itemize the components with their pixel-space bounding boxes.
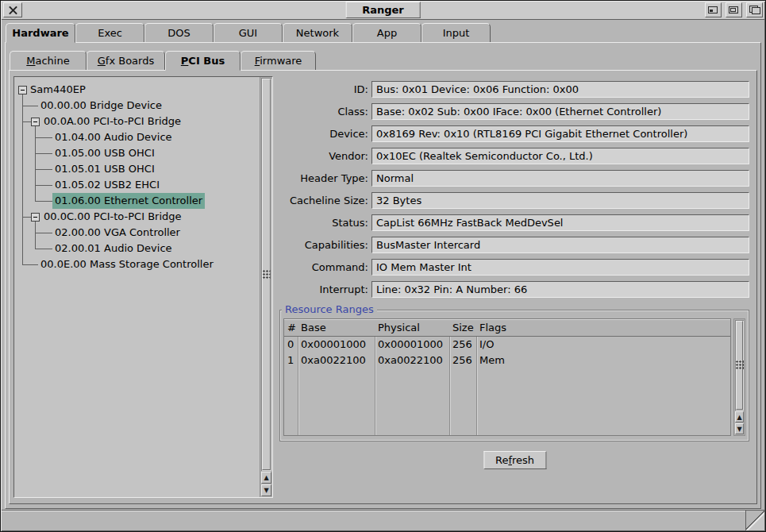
tree-item-usb-ohci-0105[interactable]: 01.05.00 USB OHCI bbox=[55, 145, 155, 161]
field-interrupt: Interrupt: Line: 0x32 Pin: A Number: 66 bbox=[279, 281, 751, 299]
titlebar[interactable]: Ranger bbox=[2, 1, 764, 20]
tree-scroll-up-button[interactable] bbox=[261, 472, 271, 484]
tab-gui[interactable]: GUI bbox=[214, 23, 283, 42]
tree-item-audio-device-0104[interactable]: 01.04.00 Audio Device bbox=[55, 129, 172, 145]
field-label: Vendor: bbox=[279, 148, 368, 164]
grip-icon bbox=[736, 360, 744, 370]
tree-item-mass-storage[interactable]: 00.0E.00 Mass Storage Controller bbox=[40, 256, 214, 272]
tab-gfx-boards[interactable]: Gfx Boards bbox=[87, 51, 165, 70]
column-header-physical: Physical bbox=[375, 319, 449, 336]
field-value: Line: 0x32 Pin: A Number: 66 bbox=[371, 281, 749, 298]
tree-item-audio-device-0200[interactable]: 02.00.01 Audio Device bbox=[55, 241, 172, 256]
iconify-button[interactable] bbox=[705, 2, 722, 17]
field-header-type: Header Type: Normal bbox=[279, 170, 751, 187]
field-label: Status: bbox=[279, 214, 368, 231]
tree-item-sam440ep[interactable]: Sam440EP bbox=[30, 82, 86, 98]
field-value: BusMaster Intercard bbox=[371, 237, 749, 253]
field-label: Header Type: bbox=[279, 170, 368, 187]
cell-size: 256 bbox=[449, 353, 476, 368]
pci-bus-page: Sam440EP 00.00.00 Bridge Device 00.0A.00… bbox=[9, 70, 757, 504]
grip-icon bbox=[263, 270, 271, 279]
tree-scroll-down-button[interactable] bbox=[261, 484, 271, 496]
tab-firmware[interactable]: Firmware bbox=[241, 51, 316, 70]
table-scroll-down-button[interactable] bbox=[735, 423, 744, 434]
field-value: CapList 66MHz FastBack MedDevSel bbox=[371, 214, 749, 231]
tree-scrollbar-thumb[interactable] bbox=[262, 79, 271, 470]
tree-line bbox=[35, 222, 36, 249]
tab-hardware[interactable]: Hardware bbox=[6, 23, 75, 43]
tree-item-vga-controller[interactable]: 02.00.00 VGA Controller bbox=[55, 225, 180, 241]
table-row[interactable]: 1 0xa0022100 0xa0022100 256 Mem bbox=[284, 353, 730, 368]
tree-line bbox=[35, 153, 52, 154]
column-header-base: Base bbox=[298, 319, 375, 336]
table-scrollbar[interactable] bbox=[733, 318, 745, 436]
tree-line bbox=[22, 94, 23, 264]
tab-input[interactable]: Input bbox=[421, 23, 491, 42]
iconify-icon bbox=[708, 6, 718, 13]
field-value: Bus: 0x01 Device: 0x06 Function: 0x00 bbox=[371, 81, 749, 98]
cell-physical: 0x00001000 bbox=[375, 337, 449, 353]
table-scroll-up-button[interactable] bbox=[735, 411, 744, 422]
tree-line bbox=[35, 169, 52, 170]
field-device: Device: 0x8169 Rev: 0x10 (RTL8169 PCI Gi… bbox=[279, 125, 751, 143]
table-row[interactable]: 0 0x00001000 0x00001000 256 I/O bbox=[284, 337, 730, 353]
table-scrollbar-thumb[interactable] bbox=[736, 321, 743, 410]
column-header-num: # bbox=[284, 319, 298, 336]
table-scrollbar-track[interactable] bbox=[735, 320, 744, 411]
tree-scrollbar-track[interactable] bbox=[261, 78, 271, 471]
tree-expander-bridge-0a[interactable] bbox=[31, 118, 40, 126]
tree-line bbox=[22, 106, 38, 106]
refresh-button[interactable]: Refresh bbox=[483, 451, 546, 469]
cell-flags: I/O bbox=[476, 337, 730, 353]
tree-scrollbar[interactable] bbox=[260, 77, 272, 497]
tree-item-usb-ohci-010501[interactable]: 01.05.01 USB OHCI bbox=[55, 161, 155, 177]
tree-expander-root[interactable] bbox=[18, 86, 27, 94]
tab-machine[interactable]: Machine bbox=[10, 51, 87, 70]
tree-line bbox=[22, 121, 31, 122]
table-header: # Base Physical Size Flags bbox=[284, 319, 730, 337]
depth-button[interactable] bbox=[746, 2, 763, 17]
field-value: 0x8169 Rev: 0x10 (RTL8169 PCI Gigabit Et… bbox=[371, 125, 749, 142]
tree-line bbox=[35, 233, 52, 233]
depth-icon bbox=[749, 6, 760, 14]
resource-ranges-group: Resource Ranges # Base Physical Size Fla… bbox=[279, 310, 749, 441]
field-label: Device: bbox=[279, 125, 368, 142]
tree-item-pci-bridge-0a[interactable]: 00.0A.00 PCI-to-PCI Bridge bbox=[44, 114, 181, 129]
field-label: Command: bbox=[279, 259, 368, 276]
tree-line bbox=[35, 137, 52, 138]
tree-item-bridge-device[interactable]: 00.00.00 Bridge Device bbox=[40, 98, 162, 114]
tab-app[interactable]: App bbox=[352, 23, 421, 42]
field-label: Capabilities: bbox=[279, 237, 368, 253]
tree-expander-bridge-0c[interactable] bbox=[31, 213, 40, 222]
field-id: ID: Bus: 0x01 Device: 0x06 Function: 0x0… bbox=[279, 81, 751, 98]
field-value: Base: 0x02 Sub: 0x00 IFace: 0x00 (Ethern… bbox=[371, 103, 749, 120]
tab-dos[interactable]: DOS bbox=[144, 23, 214, 42]
resource-ranges-title: Resource Ranges bbox=[282, 303, 377, 316]
column-header-size: Size bbox=[449, 319, 476, 336]
tree-item-usb2-ehci[interactable]: 01.05.02 USB2 EHCI bbox=[55, 177, 160, 193]
resize-handle[interactable] bbox=[745, 511, 764, 530]
pci-device-tree: Sam440EP 00.00.00 Bridge Device 00.0A.00… bbox=[13, 76, 273, 498]
resource-ranges-table: # Base Physical Size Flags 0 0x00001000 … bbox=[283, 318, 731, 436]
close-button[interactable] bbox=[3, 2, 22, 17]
tree-item-pci-bridge-0c[interactable]: 00.0C.00 PCI-to-PCI Bridge bbox=[44, 209, 182, 225]
window-title: Ranger bbox=[345, 2, 421, 18]
zoom-button[interactable] bbox=[726, 2, 742, 17]
field-cacheline-size: Cacheline Size: 32 Bytes bbox=[279, 192, 751, 210]
field-label: Cacheline Size: bbox=[279, 192, 368, 209]
device-details: ID: Bus: 0x01 Device: 0x06 Function: 0x0… bbox=[279, 76, 751, 498]
cell-physical: 0xa0022100 bbox=[375, 353, 449, 368]
ranger-window: Ranger Hardware Exec DOS GUI Network App… bbox=[0, 0, 766, 532]
cell-size: 256 bbox=[449, 337, 476, 353]
titlebar-gadgets bbox=[704, 1, 763, 20]
cell-base: 0xa0022100 bbox=[298, 353, 375, 368]
field-value: 32 Bytes bbox=[371, 192, 749, 209]
field-value: IO Mem Master Int bbox=[371, 259, 749, 276]
tree-line bbox=[35, 249, 52, 249]
tab-network[interactable]: Network bbox=[283, 23, 352, 42]
tab-exec[interactable]: Exec bbox=[75, 23, 144, 42]
tree-line bbox=[35, 201, 52, 202]
field-vendor: Vendor: 0x10EC (Realtek Semiconductor Co… bbox=[279, 148, 751, 165]
tree-item-ethernet-controller[interactable]: 01.06.00 Ethernet Controller bbox=[52, 193, 205, 209]
tab-pci-bus[interactable]: PCI Bus bbox=[165, 51, 241, 71]
